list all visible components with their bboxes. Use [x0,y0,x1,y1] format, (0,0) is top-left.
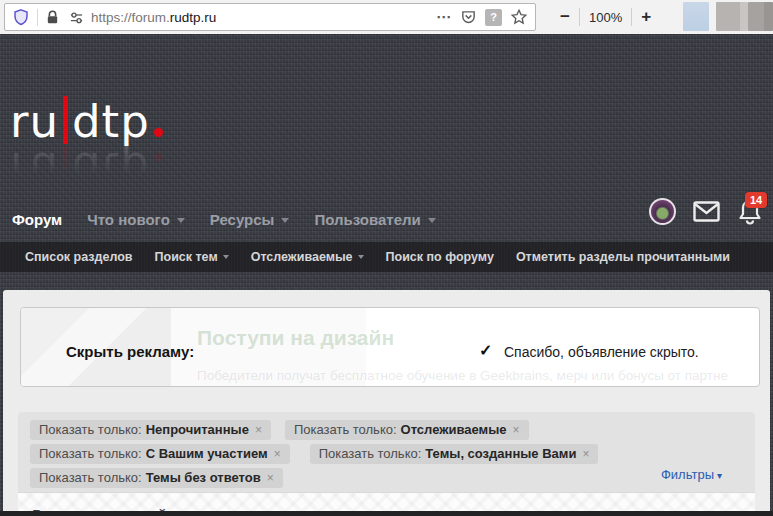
filter-chip-unanswered[interactable]: Показать только:Темы без ответов× [30,468,283,488]
filter-row: Показать только:С Вашим участием× Показа… [30,444,743,464]
filter-panel: Показать только:Непрочитанные× Показать … [18,412,755,492]
page-background: rudtp rudtp Форум Что нового Ресурсы Пол… [0,34,773,516]
extension-icon-placeholder[interactable] [748,2,773,31]
logo-text: rudtp [10,96,163,144]
zoom-divider [579,8,580,26]
user-avatar[interactable] [649,198,676,225]
ad-hidden-confirmation: Спасибо, объявление скрыто. [504,344,699,360]
chevron-down-icon [177,218,185,223]
filter-chip-watched[interactable]: Показать только:Отслеживаемые× [285,420,529,440]
content-area: Поступи на дизайн Победители получат бес… [3,290,770,516]
ad-notice-box: Поступи на дизайн Победители получат бес… [20,307,760,387]
inbox-mail-icon[interactable] [693,201,720,222]
chevron-down-icon [428,218,436,223]
filter-chip-unread[interactable]: Показать только:Непрочитанные× [30,420,271,440]
urlbar-divider [37,9,38,26]
filter-chip-started[interactable]: Показать только:Темы, созданные Вами× [310,444,599,464]
browser-window: https://forum.rudtp.ru ⋯ ? − 100% + rudt… [0,0,773,516]
notification-count-badge[interactable]: 14 [745,192,767,208]
main-navigation: Форум Что нового Ресурсы Пользователи [12,197,436,241]
logo-reflection: rudtp [10,146,163,194]
hide-ad-label: Скрыть рекламу: [66,343,194,360]
hidden-ad-title: Поступи на дизайн [197,326,394,350]
nav-tab-resources[interactable]: Ресурсы [210,211,290,228]
nav-tab-whats-new[interactable]: Что нового [87,211,185,228]
zoom-out-button[interactable]: − [560,7,570,27]
zoom-level: 100% [589,10,622,25]
remove-filter-icon[interactable]: × [255,423,262,437]
remove-filter-icon[interactable]: × [513,423,520,437]
hidden-ad-text: Победители получат бесплатное обучение в… [197,368,728,383]
url-scheme: https://forum. [91,10,170,25]
filter-chip-participated[interactable]: Показать только:С Вашим участием× [30,444,290,464]
filters-menu-link[interactable]: Фильтры▾ [661,467,722,482]
bookmark-star-icon[interactable] [510,8,528,26]
zoom-in-button[interactable]: + [641,7,651,27]
logo-red-dot [154,128,163,137]
filter-row: Показать только:Темы без ответов× [30,468,743,488]
subnav-forum-list[interactable]: Список разделов [25,250,133,264]
filter-row: Показать только:Непрочитанные× Показать … [30,420,743,440]
url-domain: rudtp.ru [170,10,217,25]
page-actions-icon[interactable]: ⋯ [436,8,452,26]
footer-strip [0,511,773,516]
subnav-mark-read[interactable]: Отметить разделы прочитанными [516,250,730,264]
nav-tab-members[interactable]: Пользователи [314,211,435,228]
chevron-down-icon [223,255,229,259]
extension-icon-placeholder[interactable] [716,2,748,31]
remove-filter-icon[interactable]: × [582,447,589,461]
lock-icon[interactable] [45,10,60,25]
remove-filter-icon[interactable]: × [274,447,281,461]
url-text[interactable]: https://forum.rudtp.ru [91,10,428,25]
zoom-divider [631,8,632,26]
site-logo[interactable]: rudtp rudtp [10,96,163,194]
pocket-icon[interactable] [460,9,477,26]
logo-ru: ru [10,95,59,148]
subnav-watched[interactable]: Отслеживаемые [251,250,364,264]
nav-tab-forum[interactable]: Форум [12,211,62,228]
check-icon: ✓ [479,341,492,360]
chevron-down-icon [358,255,364,259]
subnav-search-forum[interactable]: Поиск по форуму [386,250,494,264]
subnav-search-threads[interactable]: Поиск тем [155,250,229,264]
zoom-controls: − 100% + [560,0,651,34]
chevron-down-icon: ▾ [717,470,722,481]
logo-red-bar [63,96,68,144]
chevron-down-icon [281,218,289,223]
remove-filter-icon[interactable]: × [267,471,274,485]
logo-dtp: dtp [72,95,150,148]
sub-navigation: Список разделов Поиск тем Отслеживаемые … [0,242,773,272]
browser-toolbar: https://forum.rudtp.ru ⋯ ? − 100% + [0,0,773,34]
tracking-protection-shield-icon[interactable] [12,8,30,26]
unknown-extension-icon[interactable]: ? [485,9,502,26]
extension-icon-placeholder[interactable] [683,2,709,31]
permissions-icon[interactable] [68,10,85,25]
url-bar[interactable]: https://forum.rudtp.ru ⋯ ? [4,3,536,31]
